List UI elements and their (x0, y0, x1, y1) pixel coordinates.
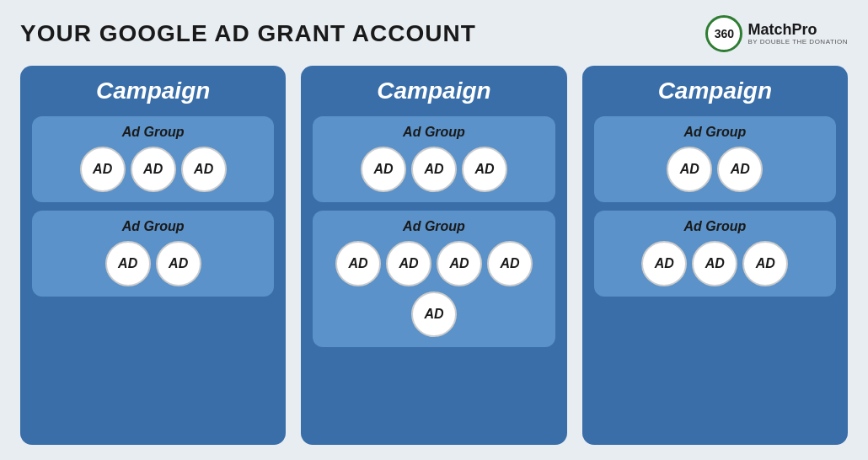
ad-circle-3-2-3: AD (742, 241, 788, 286)
ads-row-2-2: ADADADADAD (323, 241, 544, 337)
ad-circle-1-1-1: AD (80, 147, 126, 192)
logo-text: MatchPro BY DOUBLE THE DONATION (747, 22, 848, 46)
ad-circle-2-2-1: AD (335, 241, 381, 286)
ad-circle-2-1-3: AD (462, 147, 507, 192)
ad-group-box-1-1: Ad GroupADADAD (32, 116, 274, 202)
logo-number: 360 (715, 27, 734, 40)
page-title: YOUR GOOGLE AD GRANT ACCOUNT (20, 20, 476, 47)
header-row: YOUR GOOGLE AD GRANT ACCOUNT 360 MatchPr… (20, 15, 848, 52)
ads-row-2-1: ADADAD (361, 147, 507, 192)
campaign-title-2: Campaign (313, 78, 555, 104)
ad-circle-3-1-2: AD (717, 147, 763, 192)
ad-group-box-1-2: Ad GroupADAD (32, 211, 274, 297)
logo-circle: 360 (705, 15, 742, 52)
ad-circle-2-2-4: AD (487, 241, 533, 286)
logo-brand: MatchPro (747, 22, 848, 39)
ad-circle-2-1-1: AD (361, 147, 406, 192)
ad-circle-2-2-2: AD (386, 241, 431, 286)
campaign-title-3: Campaign (594, 78, 836, 104)
ad-group-box-3-2: Ad GroupADADAD (594, 211, 836, 297)
ads-row-3-1: ADAD (667, 147, 763, 192)
ad-group-title-1-2: Ad Group (122, 219, 185, 234)
campaign-title-1: Campaign (32, 78, 274, 104)
ad-circle-2-2-3: AD (437, 241, 482, 286)
ads-row-1-1: ADADAD (80, 147, 227, 192)
ad-circle-1-1-2: AD (131, 147, 176, 192)
campaign-card-2: CampaignAd GroupADADADAd GroupADADADADAD (301, 66, 566, 445)
ad-group-box-2-2: Ad GroupADADADADAD (313, 211, 555, 347)
ad-group-title-3-1: Ad Group (683, 125, 746, 140)
ads-row-3-2: ADADAD (641, 241, 788, 286)
logo: 360 MatchPro BY DOUBLE THE DONATION (705, 15, 848, 52)
campaign-card-3: CampaignAd GroupADADAd GroupADADAD (582, 66, 848, 445)
ad-circle-2-2-5: AD (411, 292, 457, 337)
ad-circle-3-2-2: AD (692, 241, 737, 286)
ad-circle-2-1-2: AD (411, 147, 457, 192)
ad-group-title-3-2: Ad Group (683, 219, 746, 234)
ad-circle-1-1-3: AD (181, 147, 227, 192)
ad-group-box-3-1: Ad GroupADAD (594, 116, 836, 202)
campaign-card-1: CampaignAd GroupADADADAd GroupADAD (20, 66, 286, 445)
ad-circle-3-2-1: AD (641, 241, 687, 286)
ad-group-title-2-1: Ad Group (403, 125, 465, 140)
page: YOUR GOOGLE AD GRANT ACCOUNT 360 MatchPr… (0, 0, 868, 460)
campaigns-row: CampaignAd GroupADADADAd GroupADADCampai… (20, 66, 848, 445)
ad-circle-3-1-1: AD (667, 147, 712, 192)
ad-group-title-2-2: Ad Group (403, 219, 465, 234)
ads-row-1-2: ADAD (105, 241, 201, 286)
ad-group-box-2-1: Ad GroupADADAD (313, 116, 555, 202)
ad-group-title-1-1: Ad Group (122, 125, 185, 140)
ad-circle-1-2-1: AD (105, 241, 151, 286)
logo-sub: BY DOUBLE THE DONATION (747, 39, 848, 46)
ad-circle-1-2-2: AD (156, 241, 201, 286)
